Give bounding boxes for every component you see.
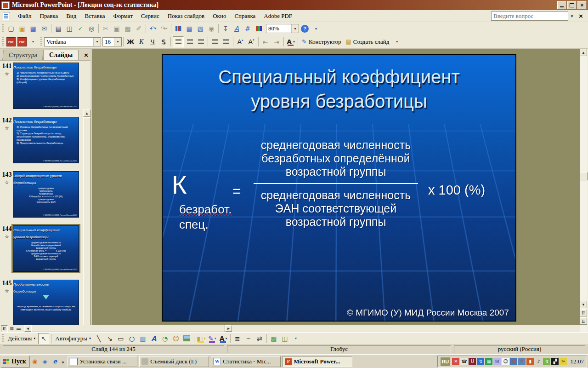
copy-button[interactable]: ▣: [112, 23, 122, 34]
line-style-button[interactable]: ≡: [232, 334, 243, 344]
show-grid-button[interactable]: #: [243, 23, 253, 34]
open-button[interactable]: ▣: [17, 23, 27, 34]
question-input[interactable]: [491, 12, 568, 21]
font-color-button[interactable]: A▾: [218, 334, 228, 344]
tray-flash-icon[interactable]: ↯: [477, 358, 484, 365]
tray-display-icon[interactable]: ▞: [551, 358, 559, 365]
slide-thumbnail-142[interactable]: Показатели безработицы 4) Уровень безраб…: [13, 117, 79, 163]
italic-button[interactable]: К: [136, 37, 147, 47]
show-formatting-button[interactable]: A: [232, 23, 242, 34]
help-button[interactable]: ?: [301, 25, 309, 33]
formula-symbol[interactable]: К: [172, 170, 187, 200]
menu-file[interactable]: Файл: [14, 11, 36, 21]
tray-audio-icon[interactable]: ♪: [535, 358, 542, 365]
chevron-down-icon[interactable]: ▾: [93, 38, 101, 46]
tray-network1-icon[interactable]: ✕: [510, 358, 517, 365]
quick-launch-media-player-icon[interactable]: ◉: [31, 357, 39, 366]
menu-tools[interactable]: Сервис: [137, 11, 164, 21]
slide-thumbnail-144-selected[interactable]: Специальный коэффициент уровня безработи…: [13, 225, 79, 272]
cut-button[interactable]: ✂: [101, 23, 111, 34]
menu-adobe-pdf[interactable]: Adobe PDF: [260, 11, 296, 21]
task-removable-disk[interactable]: Съемный диск (I:): [139, 356, 209, 367]
bullets-button[interactable]: [221, 37, 231, 47]
chevron-down-icon[interactable]: ▾: [155, 27, 157, 30]
chevron-down-icon[interactable]: ▾: [291, 24, 299, 33]
chevron-down-icon[interactable]: ▾: [166, 27, 168, 30]
slide-number-status[interactable]: Слайд 144 из 245: [3, 345, 224, 353]
fill-color-button[interactable]: ◧▾: [196, 334, 206, 344]
tray-phone-icon[interactable]: ☎: [460, 358, 468, 365]
question-dropdown-button[interactable]: ▾: [568, 12, 576, 21]
chevron-down-icon[interactable]: ▾: [204, 337, 206, 340]
slide-thumbnail-141[interactable]: Показатели безработицы 1) Численность бе…: [13, 63, 79, 109]
new-slide-button[interactable]: ▤ Создать слайд: [343, 37, 391, 46]
oval-button[interactable]: ○: [127, 334, 137, 344]
design-button[interactable]: ✎ Конструктор: [300, 37, 343, 46]
font-name-combo[interactable]: Verdana ▾: [44, 37, 101, 46]
quick-launch-outlook-icon[interactable]: ◈: [41, 357, 49, 366]
shadow-style-button[interactable]: ▩: [269, 334, 279, 344]
tray-scissors-icon[interactable]: ✂: [560, 358, 567, 365]
chevron-down-icon[interactable]: ▾: [114, 38, 121, 46]
increase-indent-button[interactable]: ⇥: [271, 37, 282, 47]
scroll-right-button[interactable]: ►: [225, 325, 232, 332]
line-button[interactable]: ╲: [94, 334, 104, 344]
tray-mail-icon[interactable]: ✉: [493, 358, 501, 365]
save-button[interactable]: ▦: [28, 23, 38, 34]
tray-lan-icon[interactable]: ▦: [485, 358, 492, 365]
scrollbar-thumb[interactable]: [83, 117, 90, 330]
chevron-down-icon[interactable]: ▾: [226, 337, 227, 340]
format-painter-button[interactable]: ✐: [134, 23, 144, 34]
tray-utm-icon[interactable]: U: [469, 358, 476, 365]
menu-edit[interactable]: Правка: [36, 11, 62, 21]
arrow-button[interactable]: ↘: [105, 334, 115, 344]
toolbar-options-button[interactable]: ▾: [28, 37, 38, 47]
numbering-button[interactable]: [210, 37, 220, 47]
align-left-button[interactable]: [173, 36, 184, 47]
draw-menu-button[interactable]: Действия ▾: [6, 334, 38, 343]
decrease-font-button[interactable]: A▾: [246, 37, 256, 47]
insert-chart-button[interactable]: [173, 23, 183, 34]
mail-button[interactable]: ✉: [39, 23, 49, 34]
close-button[interactable]: ×: [577, 1, 587, 9]
tab-slides[interactable]: Слайды: [43, 50, 79, 60]
toolbar-options-button[interactable]: ▾: [311, 23, 321, 34]
autoshapes-menu-button[interactable]: Автофигуры ▾: [53, 334, 93, 343]
toolbar-handle[interactable]: [2, 37, 4, 46]
tables-borders-button[interactable]: ▧: [195, 23, 205, 34]
decrease-indent-button[interactable]: ⇤: [260, 37, 271, 47]
toolbar-handle[interactable]: [40, 37, 42, 46]
wordart-button[interactable]: А: [149, 334, 159, 344]
insert-table-button[interactable]: ▦: [184, 23, 194, 34]
formula-fraction[interactable]: среднегодовая численность безработных оп…: [248, 138, 424, 229]
print-preview-button[interactable]: ◫: [64, 23, 74, 34]
pane-close-button[interactable]: ×: [84, 52, 89, 58]
language-status[interactable]: русский (Россия): [454, 345, 585, 353]
menu-help[interactable]: Справка: [230, 11, 260, 21]
restore-button[interactable]: [567, 1, 577, 9]
slide-thumbnail-145[interactable]: Продолжительность безработицы период вре…: [13, 280, 79, 325]
bold-button[interactable]: Ж: [125, 37, 136, 47]
formula-subscript[interactable]: безработ. спец.: [179, 202, 232, 232]
rectangle-button[interactable]: ▭: [116, 334, 126, 344]
previous-slide-button[interactable]: ⇈: [580, 309, 587, 316]
quick-launch-chevron[interactable]: »: [62, 358, 65, 365]
design-template-status[interactable]: Глобус: [227, 345, 451, 353]
expand-all-button[interactable]: ↧: [220, 23, 231, 34]
text-shadow-button[interactable]: S: [158, 37, 169, 47]
increase-font-button[interactable]: A▴: [235, 37, 245, 47]
slideshow-view-button[interactable]: ▬: [16, 326, 22, 332]
normal-view-button[interactable]: ◧: [1, 325, 8, 332]
scroll-up-button[interactable]: ▲: [83, 109, 90, 117]
convert-to-pdf-button[interactable]: PDF: [6, 37, 16, 46]
tray-network2-icon[interactable]: ✕: [518, 358, 526, 365]
language-indicator[interactable]: RU: [441, 357, 450, 366]
underline-button[interactable]: Ч: [147, 37, 158, 47]
menu-slideshow[interactable]: Показ слайдов: [164, 11, 209, 21]
next-slide-button[interactable]: ⇊: [580, 317, 587, 325]
chevron-down-icon[interactable]: ▾: [293, 40, 295, 44]
select-objects-button[interactable]: ↖: [38, 333, 49, 344]
task-dialup-setup[interactable]: Установка связи ...: [68, 356, 137, 367]
convert-to-pdf-email-button[interactable]: PDF: [17, 37, 27, 46]
toolbar-options-button[interactable]: ▾: [291, 334, 301, 344]
